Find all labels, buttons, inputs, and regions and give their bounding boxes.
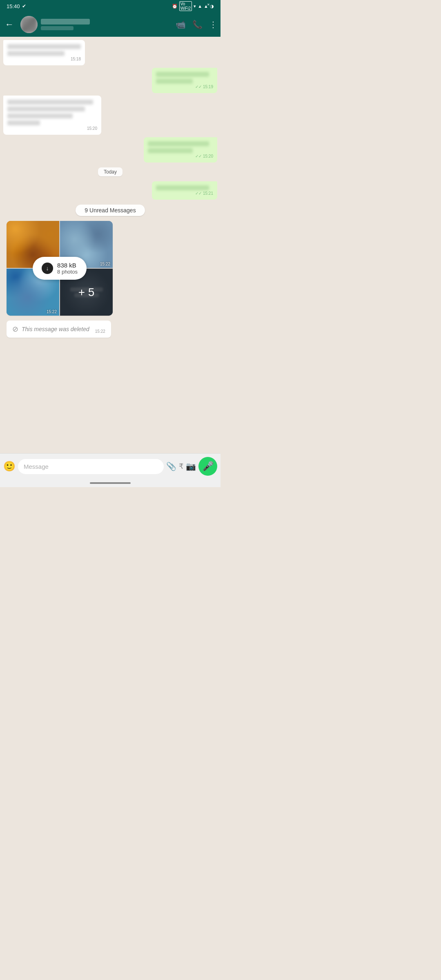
status-time: 15:40 ✔ xyxy=(7,3,26,9)
home-indicator xyxy=(0,479,220,487)
time-display: 15:40 xyxy=(7,3,20,9)
download-overlay[interactable]: ↓ 838 kB 8 photos xyxy=(33,257,87,280)
contact-avatar[interactable] xyxy=(20,16,38,33)
payment-button[interactable]: ₹ xyxy=(179,462,183,471)
status-bar: 15:40 ✔ ⏰ VoWiFi2 ▾ ▲ ▲✕ ◑ xyxy=(0,0,220,12)
message-input[interactable]: Message xyxy=(18,459,164,474)
download-size: 838 kB xyxy=(57,262,78,269)
video-call-button[interactable]: 📹 xyxy=(176,20,186,29)
status-icons: ⏰ VoWiFi2 ▾ ▲ ▲✕ ◑ xyxy=(172,1,214,11)
vowifi-icon: VoWiFi2 xyxy=(179,1,192,11)
signal-icon: ▲ xyxy=(198,4,202,9)
signal-x-icon: ▲✕ xyxy=(204,4,208,9)
mic-button[interactable]: 🎤 xyxy=(198,457,217,476)
download-arrow-icon[interactable]: ↓ xyxy=(42,263,53,274)
camera-button[interactable]: 📷 xyxy=(186,461,196,471)
message-row: ✓✓ 15:21 xyxy=(3,181,217,200)
emoji-button[interactable]: 🙂 xyxy=(3,461,16,472)
download-count: 8 photos xyxy=(57,269,78,275)
deleted-message-row: ⊘ This message was deleted 15:22 xyxy=(3,318,217,338)
message-bubble-sent: ✓✓ 15:21 xyxy=(152,181,217,200)
alarm-icon: ⏰ xyxy=(172,4,178,9)
contact-status xyxy=(41,26,74,30)
back-button[interactable]: ← xyxy=(2,16,17,33)
photo-message-row: 15:22 15:22 + 5 xyxy=(3,221,217,316)
message-row: ✓✓ 15:19 xyxy=(3,68,217,93)
deleted-message-time: 15:22 xyxy=(95,329,105,334)
attach-button[interactable]: 📎 xyxy=(166,461,176,471)
message-placeholder: Message xyxy=(24,463,49,470)
voice-call-button[interactable]: 📞 xyxy=(192,20,203,29)
message-bubble-sent: ✓✓ 15:20 xyxy=(144,137,217,163)
deleted-icon: ⊘ xyxy=(12,325,18,334)
deleted-message-bubble: ⊘ This message was deleted 15:22 xyxy=(7,321,111,338)
date-label: Today xyxy=(98,167,122,176)
photo-time-2: 15:22 xyxy=(47,310,57,314)
unread-label: 9 Unread Messages xyxy=(76,205,145,216)
photo-grid-bubble[interactable]: 15:22 15:22 + 5 xyxy=(7,221,113,316)
message-row: 15:20 xyxy=(3,96,217,135)
contact-info[interactable] xyxy=(41,19,172,30)
more-options-button[interactable]: ⋮ xyxy=(209,20,217,29)
message-row: 15:18 xyxy=(3,40,217,65)
home-bar xyxy=(90,482,131,484)
battery-icon: ◑ xyxy=(210,4,214,9)
message-row: ✓✓ 15:20 xyxy=(3,137,217,163)
wifi-icon: ▾ xyxy=(194,4,196,9)
chat-area: 15:18 ✓✓ 15:19 15:20 ✓✓ 15:20 Today xyxy=(0,37,220,453)
date-divider: Today xyxy=(3,167,217,176)
message-bubble-sent: ✓✓ 15:19 xyxy=(152,68,217,93)
message-bubble-received: 15:20 xyxy=(3,96,101,135)
more-photos-count: + 5 xyxy=(78,286,95,299)
message-bubble-received: 15:18 xyxy=(3,40,85,65)
contact-name xyxy=(41,19,90,24)
header-actions: 📹 📞 ⋮ xyxy=(176,20,217,29)
input-bar: 🙂 Message 📎 ₹ 📷 🎤 xyxy=(0,453,220,479)
mic-icon: 🎤 xyxy=(203,461,214,472)
deleted-message-text: This message was deleted xyxy=(22,326,89,332)
unread-divider: 9 Unread Messages xyxy=(3,205,217,216)
photo-time-1: 15:22 xyxy=(100,262,110,266)
download-info: 838 kB 8 photos xyxy=(57,262,78,275)
chat-header: ← 📹 📞 ⋮ xyxy=(0,12,220,37)
sync-icon: ✔ xyxy=(22,3,26,9)
